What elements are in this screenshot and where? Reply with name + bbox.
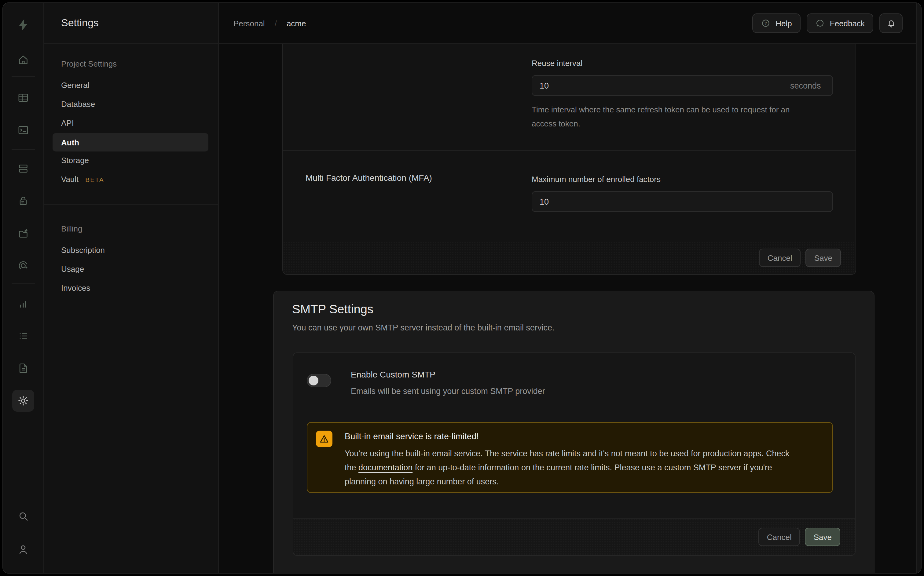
edge-functions-icon[interactable] [12,255,34,277]
bell-icon [886,18,896,29]
project-settings-icon[interactable] [12,390,34,412]
sidebar-item-auth[interactable]: Auth [53,133,208,152]
help-label: Help [775,19,792,28]
reuse-interval-unit: seconds [790,81,821,90]
top-bar: Personal / acme ? Help Feedback [219,3,921,44]
nav-section-billing: Billing [61,224,82,233]
table-editor-icon[interactable] [12,87,34,109]
feedback-label: Feedback [830,19,865,28]
smtp-settings-description: You can use your own SMTP server instead… [292,323,554,332]
rail-divider [11,149,35,150]
home-icon[interactable] [12,49,34,71]
sidebar-item-vault-label: Vault [61,175,78,184]
warning-title: Built-in email service is rate-limited! [345,431,479,441]
content-scroll-area: Reuse interval seconds Time interval whe… [219,44,921,573]
main-area: Personal / acme ? Help Feedback [219,3,921,573]
card-row-divider [283,150,855,151]
rail-divider [11,283,35,284]
nav-header: Settings [44,3,218,44]
cancel-button[interactable]: Cancel [759,249,801,267]
sidebar-item-api[interactable]: API [61,117,74,130]
sidebar-item-auth-label: Auth [61,138,79,147]
supabase-logo-icon[interactable] [12,14,34,36]
breadcrumb-org[interactable]: Personal [234,19,265,28]
sidebar-item-storage[interactable]: Storage [61,154,89,167]
enable-custom-smtp-label: Enable Custom SMTP [351,370,436,379]
settings-nav-panel: Settings Project Settings General Databa… [44,3,219,573]
beta-badge: BETA [85,176,104,183]
storage-icon[interactable] [12,222,34,244]
max-enrolled-factors-input[interactable] [532,191,833,212]
nav-section-project-settings: Project Settings [61,59,117,69]
sidebar-item-usage[interactable]: Usage [61,262,84,276]
smtp-card-footer: Cancel Save [293,518,855,555]
cancel-button[interactable]: Cancel [758,528,800,546]
reports-icon[interactable] [12,293,34,315]
warning-body: You're using the built-in email service.… [345,446,800,489]
max-enrolled-factors-label: Maximum number of enrolled factors [532,175,661,184]
smtp-settings-section: SMTP Settings You can use your own SMTP … [273,291,874,573]
toggle-knob [309,376,319,386]
reuse-interval-help: Time interval where the same refresh tok… [532,102,813,131]
sidebar-item-invoices[interactable]: Invoices [61,282,90,295]
sql-editor-icon[interactable] [12,119,34,141]
app-window: Settings Project Settings General Databa… [2,2,922,574]
notifications-button[interactable] [879,13,903,33]
chat-bubble-icon [815,18,825,28]
rate-limit-warning-alert: Built-in email service is rate-limited! … [307,422,833,493]
smtp-settings-title: SMTP Settings [292,302,373,317]
database-icon[interactable] [12,158,34,179]
question-circle-icon: ? [761,18,770,28]
reuse-interval-label: Reuse interval [532,59,582,68]
vertical-scrollbar[interactable] [916,3,921,573]
search-icon[interactable] [12,505,34,527]
authentication-icon[interactable] [12,190,34,212]
feedback-button[interactable]: Feedback [807,13,873,33]
sidebar-item-subscription[interactable]: Subscription [61,244,105,257]
account-icon[interactable] [12,538,34,560]
sidebar-item-database[interactable]: Database [61,98,95,111]
logs-icon[interactable] [12,325,34,347]
mfa-section-label: Multi Factor Authentication (MFA) [306,173,432,182]
breadcrumb-project[interactable]: acme [287,19,306,28]
nav-divider [44,204,218,205]
icon-rail [3,3,44,573]
api-docs-icon[interactable] [12,357,34,379]
warning-triangle-icon [316,430,332,447]
svg-text:?: ? [765,21,767,26]
save-button[interactable]: Save [806,249,841,267]
page-title: Settings [61,17,99,29]
sidebar-item-vault[interactable]: VaultBETA [61,173,104,186]
auth-card-footer: Cancel Save [283,241,855,274]
documentation-link[interactable]: documentation [359,463,413,472]
rail-divider [11,76,35,77]
smtp-settings-card: Enable Custom SMTP Emails will be sent u… [293,352,855,556]
supabase-dashboard: Settings Project Settings General Databa… [0,0,924,576]
enable-custom-smtp-toggle[interactable] [307,374,331,387]
save-button[interactable]: Save [805,528,840,546]
breadcrumb-separator: / [275,19,277,28]
help-button[interactable]: ? Help [752,13,801,33]
refresh-token-settings-card: Reuse interval seconds Time interval whe… [282,44,856,275]
enable-custom-smtp-description: Emails will be sent using your custom SM… [351,387,545,396]
sidebar-item-general[interactable]: General [61,79,90,92]
reuse-interval-input[interactable] [532,75,833,96]
